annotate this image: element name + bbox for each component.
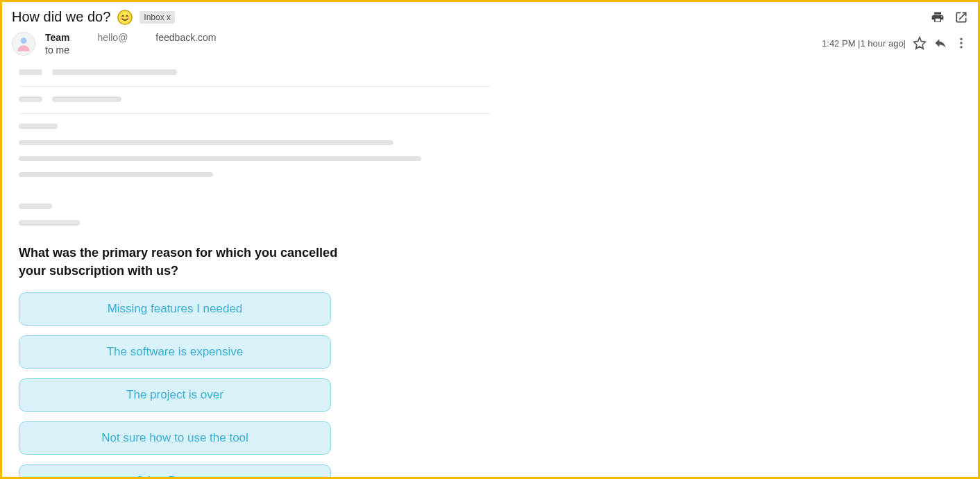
placeholder-row — [19, 172, 961, 177]
more-menu-icon[interactable] — [954, 36, 968, 50]
svg-point-3 — [21, 37, 27, 44]
email-body: What was the primary reason for which yo… — [2, 62, 978, 479]
smile-emoji-icon — [117, 10, 133, 25]
inbox-label-chip[interactable]: Inbox x — [140, 11, 175, 24]
open-new-window-icon[interactable] — [954, 10, 968, 24]
svg-point-4 — [960, 38, 962, 40]
placeholder-row — [19, 96, 961, 102]
svg-point-1 — [121, 17, 123, 19]
survey-option-missing-features[interactable]: Missing features I needed — [19, 292, 331, 326]
survey-option-expensive[interactable]: The software is expensive — [19, 335, 331, 369]
email-meta: Team hello@ feedback.com to me 1:42 PM |… — [2, 29, 978, 62]
email-header: How did we do? Inbox x — [2, 2, 978, 29]
survey-question: What was the primary reason for which yo… — [19, 244, 338, 280]
placeholder-row — [19, 140, 961, 145]
divider — [19, 86, 491, 87]
svg-point-6 — [960, 46, 962, 48]
timestamp: 1:42 PM |1 hour ago| — [822, 38, 906, 49]
divider — [19, 113, 491, 114]
recipient-line[interactable]: to me — [45, 44, 217, 56]
svg-point-2 — [128, 17, 130, 19]
placeholder-row — [19, 156, 961, 161]
placeholder-row — [19, 203, 961, 209]
placeholder-row — [19, 124, 961, 129]
header-actions — [931, 10, 968, 24]
subject-text: How did we do? — [12, 9, 110, 25]
sender-name: Team — [45, 32, 70, 43]
survey-option-not-sure[interactable]: Not sure how to use the tool — [19, 421, 331, 455]
print-icon[interactable] — [931, 10, 945, 24]
placeholder-row — [19, 69, 961, 75]
svg-point-0 — [118, 10, 132, 24]
sender-address-user: hello@ — [98, 32, 128, 43]
reply-icon[interactable] — [933, 36, 947, 50]
survey-option-other[interactable]: Other Reasons — [19, 464, 331, 479]
survey-option-project-over[interactable]: The project is over — [19, 378, 331, 412]
placeholder-row — [19, 220, 961, 226]
star-icon[interactable] — [913, 36, 927, 50]
svg-point-5 — [960, 42, 962, 44]
survey-options: Missing features I needed The software i… — [19, 292, 961, 479]
sender-address-domain: feedback.com — [155, 32, 216, 43]
sender-avatar[interactable] — [12, 32, 35, 56]
